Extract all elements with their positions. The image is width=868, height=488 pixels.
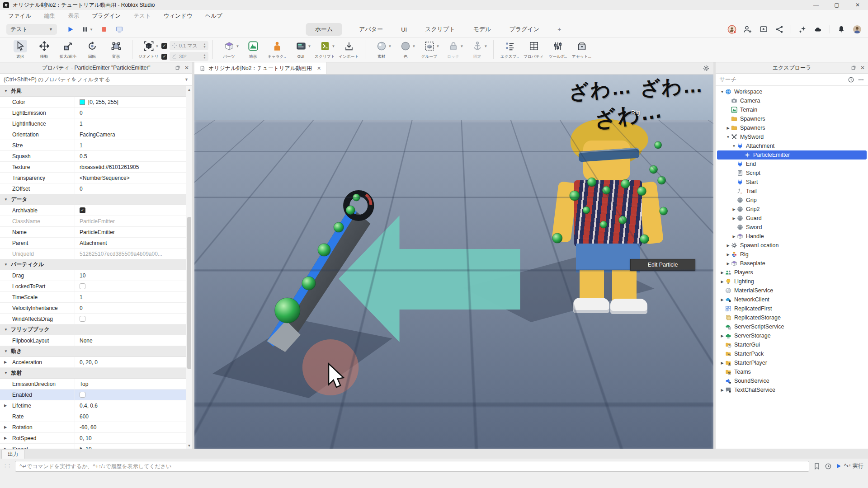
move-snap-checkbox[interactable]: ✓ [161,43,167,49]
explorer-item-workspace[interactable]: ▼ Workspace [716,87,868,96]
expand-icon[interactable]: ▶ [4,357,7,367]
tree-open-icon[interactable]: ▼ [719,90,725,94]
minimize-button[interactable]: — [806,0,826,10]
tree-closed-icon[interactable]: ▶ [725,253,731,257]
tree-open-icon[interactable]: ▼ [725,135,731,139]
tree-closed-icon[interactable]: ▶ [719,280,725,284]
tree-closed-icon[interactable]: ▶ [731,216,737,221]
explorer-item-mysword[interactable]: ▼ MySword [716,132,868,141]
explorer-item-textchatservice[interactable]: ▶ TextChatService [716,385,868,394]
stepper-icon[interactable]: ▲▼ [203,54,206,59]
property-value[interactable]: 512625107ecd385509a4b09a00... [80,251,162,257]
property-value[interactable]: 600 [80,413,89,420]
menu-item[interactable]: ウィンドウ [164,12,193,20]
explorer-item-script[interactable]: Script [716,169,868,178]
close-panel-icon[interactable]: ✕ [184,65,189,71]
property-value[interactable]: Attachment [80,240,107,246]
properties-filter-input[interactable] [4,76,184,83]
toolbar-button-anchor[interactable]: ▼固定 [465,39,489,60]
notifications-bell-icon[interactable] [837,25,846,34]
cloud-sync-icon[interactable] [814,25,823,34]
pause-button[interactable]: ▼ [81,26,93,33]
stop-button[interactable] [100,26,108,33]
property-checkbox[interactable] [80,316,85,322]
history-icon[interactable] [825,463,832,470]
explorer-item-terrain[interactable]: Terrain [716,105,868,114]
explorer-item-players[interactable]: ▶ Players [716,268,868,277]
explorer-search-input[interactable] [719,76,844,83]
ribbon-tab[interactable]: UI [400,24,408,35]
property-value[interactable]: 0, 10 [80,435,92,441]
explorer-item-handle[interactable]: ▶ Handle [716,232,868,241]
property-value[interactable]: ParticleEmitter [80,229,115,235]
menu-item[interactable]: プラグイン [92,12,121,20]
explorer-item-grip2[interactable]: ▶ Grip2 [716,205,868,214]
toolbar-button-rotate[interactable]: 回転 [80,39,104,60]
property-value[interactable]: Top [80,381,88,387]
stepper-icon[interactable]: ▲▼ [203,43,206,48]
tree-closed-icon[interactable]: ▶ [719,298,725,302]
property-value[interactable]: 10 [80,272,85,279]
live-collaborator-avatar[interactable] [727,25,736,34]
toolbar-button-scriptbtn[interactable]: ▼スクリプト [313,39,337,60]
menu-item[interactable]: 表示 [68,12,79,20]
property-section-header[interactable]: ▼動き [0,346,186,357]
rotate-snap-value[interactable]: 30°▲▼ [170,52,208,61]
ribbon-tab[interactable]: アバター [358,23,384,36]
explorer-item-starterplayer[interactable]: ▶ StarterPlayer [716,358,868,367]
more-options-icon[interactable] [858,76,864,83]
explorer-item-starterpack[interactable]: StarterPack [716,349,868,358]
property-value[interactable]: 0 [80,186,83,192]
bookmark-icon[interactable] [813,463,821,470]
command-input[interactable] [15,461,809,472]
drag-handle-icon[interactable]: ⋮⋮ [3,463,11,469]
toolbar-button-character[interactable]: キャラク.. [265,39,289,60]
property-section-header[interactable]: ▼データ [0,194,186,205]
property-section-header[interactable]: ▼放射 [0,368,186,379]
expand-icon[interactable]: ▶ [4,444,7,449]
menu-item[interactable]: ヘルプ [205,12,222,20]
tree-closed-icon[interactable]: ▶ [719,334,725,338]
ribbon-tab[interactable]: プラグイン [509,23,541,36]
property-value[interactable]: rbxassetid://6101261905 [80,164,139,170]
menu-item[interactable]: テスト [133,12,151,20]
edit-particle-button[interactable]: Edit Particle [630,259,695,271]
menu-item[interactable]: ファイル [8,12,31,20]
explorer-item-attachment[interactable]: ▼ Attachment [716,141,868,150]
play-button[interactable] [67,26,74,33]
toolbar-button-move[interactable]: 移動 [32,39,56,60]
float-panel-icon[interactable] [175,65,180,70]
float-panel-icon[interactable] [851,65,856,70]
test-mode-dropdown[interactable]: テスト ▼ [6,24,57,35]
toolbar-button-terrain[interactable]: 地形 [241,39,265,60]
property-value[interactable]: 0.5 [80,153,87,160]
property-value[interactable]: 0.4, 0.6 [80,403,98,409]
rotate-snap-checkbox[interactable]: ✓ [161,54,167,60]
viewport-tab[interactable]: オリジナル剣No2：チュートリアル動画用 ✕ [194,62,326,74]
tree-closed-icon[interactable]: ▶ [719,388,725,392]
explorer-item-replicatedstorage[interactable]: ReplicatedStorage [716,313,868,322]
maximize-button[interactable]: ▢ [826,0,847,10]
explorer-item-grip[interactable]: Grip [716,196,868,205]
user-avatar[interactable] [853,25,862,34]
ribbon-tab[interactable]: + [557,23,562,35]
toolbar-button-propgrid[interactable]: プロパティ [522,39,546,60]
close-panel-icon[interactable]: ✕ [860,65,865,71]
explorer-item-end[interactable]: End [716,160,868,169]
property-section-header[interactable]: ▼パーティクル [0,259,186,270]
property-value[interactable]: [0, 255, 255] [88,99,118,105]
explorer-item-serverscriptservice[interactable]: ServerScriptService [716,322,868,331]
output-tab[interactable]: 出力 [1,450,24,459]
ai-assistant-icon[interactable] [798,25,807,34]
scroll-down-icon[interactable]: ▼ [186,442,192,449]
explorer-item-spawnlocation[interactable]: ▶ SpawnLocation [716,241,868,250]
tree-closed-icon[interactable]: ▶ [725,244,731,248]
tree-closed-icon[interactable]: ▶ [719,361,725,365]
toolbar-button-explorerIco[interactable]: エクスプ.. [498,39,522,60]
tree-closed-icon[interactable]: ▶ [719,271,725,275]
toolbar-button-colorball[interactable]: ▼色 [393,39,417,60]
viewport-settings-gear-icon[interactable] [703,65,710,72]
scroll-up-icon[interactable]: ▲ [186,86,192,93]
ribbon-tab[interactable]: モデル [472,23,492,36]
feedback-icon[interactable] [759,25,768,34]
